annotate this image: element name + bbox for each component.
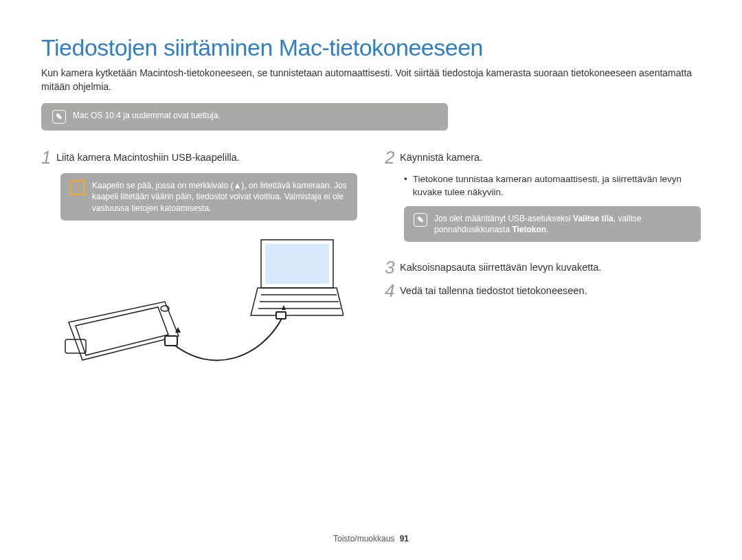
left-column: 1 Liitä kamera Macintoshiin USB-kaapelil… bbox=[41, 150, 357, 390]
svg-rect-7 bbox=[276, 312, 286, 319]
step-text: Vedä tai tallenna tiedostot tietokoneese… bbox=[400, 283, 587, 298]
step-4: 4 Vedä tai tallenna tiedostot tietokonee… bbox=[385, 283, 701, 300]
step-number: 3 bbox=[385, 258, 400, 276]
manual-page: Tiedostojen siirtäminen Mac-tietokoneese… bbox=[0, 0, 742, 418]
step-number: 2 bbox=[385, 148, 400, 166]
svg-rect-6 bbox=[165, 336, 177, 346]
page-title: Tiedostojen siirtäminen Mac-tietokoneese… bbox=[41, 34, 701, 61]
footer-section: Toisto/muokkaus bbox=[333, 534, 394, 544]
two-column-layout: 1 Liitä kamera Macintoshiin USB-kaapelil… bbox=[41, 150, 701, 390]
note-icon: ✎ bbox=[52, 110, 66, 124]
illustration-camera-laptop bbox=[55, 233, 357, 390]
step-2: 2 Käynnistä kamera. bbox=[385, 150, 701, 166]
note-callout-step2: ✎ Jos olet määrittänyt USB-asetukseksi V… bbox=[404, 206, 701, 242]
step-2-bullet: Tietokone tunnistaa kameran automaattise… bbox=[404, 173, 701, 199]
intro-paragraph: Kun kamera kytketään Macintosh-tietokone… bbox=[41, 67, 701, 93]
step-1: 1 Liitä kamera Macintoshiin USB-kaapelil… bbox=[41, 150, 357, 166]
step-3: 3 Kaksoisnapsauta siirrettävän levyn kuv… bbox=[385, 260, 701, 276]
note-top-text: Mac OS 10.4 ja uudemmat ovat tuettuja. bbox=[73, 110, 221, 121]
bullet-text: Tietokone tunnistaa kameran automaattise… bbox=[413, 173, 701, 199]
step-number: 4 bbox=[385, 282, 400, 300]
note-icon: ✎ bbox=[414, 213, 427, 227]
usb-connection-illustration bbox=[55, 233, 344, 388]
note-callout-top: ✎ Mac OS 10.4 ja uudemmat ovat tuettuja. bbox=[41, 103, 448, 131]
step-number: 1 bbox=[41, 148, 56, 166]
step-text: Kaksoisnapsauta siirrettävän levyn kuvak… bbox=[400, 260, 601, 275]
footer-page-number: 91 bbox=[400, 534, 409, 544]
warning-callout: ! Kaapelin se pää, jossa on merkkivalo (… bbox=[60, 173, 357, 221]
right-column: 2 Käynnistä kamera. Tietokone tunnistaa … bbox=[385, 150, 701, 390]
note2-text: Jos olet määrittänyt USB-asetukseksi Val… bbox=[434, 213, 691, 235]
page-footer: Toisto/muokkaus 91 bbox=[0, 534, 742, 544]
warning-icon: ! bbox=[70, 180, 85, 195]
warning-text: Kaapelin se pää, jossa on merkkivalo (▲)… bbox=[92, 180, 348, 214]
step-text: Käynnistä kamera. bbox=[400, 150, 482, 165]
step-text: Liitä kamera Macintoshiin USB-kaapelilla… bbox=[56, 150, 240, 165]
svg-rect-0 bbox=[265, 244, 329, 284]
